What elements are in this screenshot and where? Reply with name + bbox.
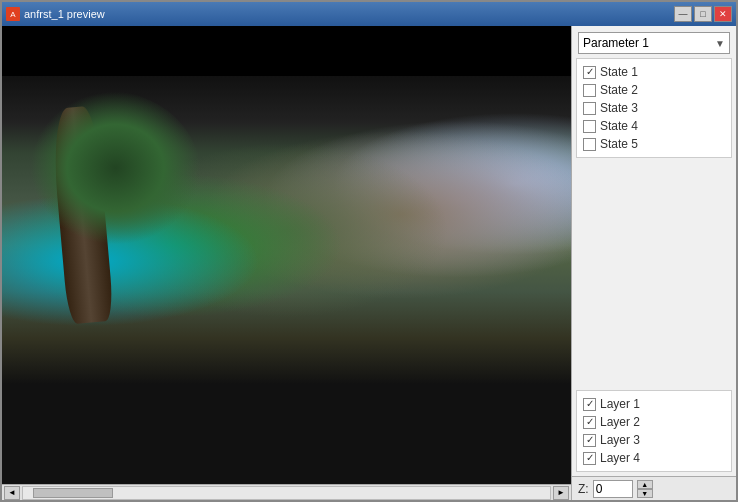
state-item-4[interactable]: State 4 [579, 117, 729, 135]
z-increment-button[interactable]: ▲ [637, 480, 653, 489]
state-item-2[interactable]: State 2 [579, 81, 729, 99]
state-2-checkbox[interactable] [583, 84, 596, 97]
z-input[interactable] [593, 480, 633, 498]
layer-item-1[interactable]: Layer 1 [579, 395, 729, 413]
layer-item-3[interactable]: Layer 3 [579, 431, 729, 449]
scroll-track[interactable] [22, 486, 551, 500]
layer-2-label: Layer 2 [600, 415, 640, 429]
state-5-label: State 5 [600, 137, 638, 151]
z-bar: Z: ▲ ▼ [572, 476, 736, 500]
right-panel: Parameter 1 ▼ State 1 State 2 [571, 26, 736, 500]
left-panel: ◄ ► [2, 26, 571, 500]
scene-image [2, 76, 571, 384]
layers-list: Layer 1 Layer 2 Layer 3 Layer 4 [577, 391, 731, 471]
state-4-checkbox[interactable] [583, 120, 596, 133]
state-item-1[interactable]: State 1 [579, 63, 729, 81]
layers-section: Layer 1 Layer 2 Layer 3 Layer 4 [576, 390, 732, 472]
z-decrement-button[interactable]: ▼ [637, 489, 653, 498]
z-spinner: ▲ ▼ [637, 480, 653, 498]
main-content: ◄ ► Parameter 1 ▼ Sta [2, 26, 736, 500]
minimize-button[interactable]: — [674, 6, 692, 22]
chevron-down-icon: ▼ [715, 38, 725, 49]
layer-4-checkbox[interactable] [583, 452, 596, 465]
z-label: Z: [578, 482, 589, 496]
app-icon: A [6, 7, 20, 21]
titlebar: A anfrst_1 preview — □ ✕ [2, 2, 736, 26]
state-3-label: State 3 [600, 101, 638, 115]
layer-3-checkbox[interactable] [583, 434, 596, 447]
state-1-checkbox[interactable] [583, 66, 596, 79]
state-1-label: State 1 [600, 65, 638, 79]
scroll-right-button[interactable]: ► [553, 486, 569, 500]
layer-1-checkbox[interactable] [583, 398, 596, 411]
scroll-left-button[interactable]: ◄ [4, 486, 20, 500]
window-title: anfrst_1 preview [24, 8, 105, 20]
layer-3-label: Layer 3 [600, 433, 640, 447]
state-item-5[interactable]: State 5 [579, 135, 729, 153]
titlebar-left: A anfrst_1 preview [6, 7, 105, 21]
bottom-bar [2, 384, 571, 484]
dropdown-label: Parameter 1 [583, 36, 649, 50]
layer-2-checkbox[interactable] [583, 416, 596, 429]
layer-item-2[interactable]: Layer 2 [579, 413, 729, 431]
dropdown-area: Parameter 1 ▼ [572, 26, 736, 58]
states-section: State 1 State 2 State 3 State 4 [576, 58, 732, 158]
horizontal-scrollbar: ◄ ► [2, 484, 571, 500]
state-2-label: State 2 [600, 83, 638, 97]
top-bar [2, 26, 571, 76]
main-window: A anfrst_1 preview — □ ✕ ◄ [0, 0, 738, 502]
scroll-thumb[interactable] [33, 488, 113, 498]
maximize-button[interactable]: □ [694, 6, 712, 22]
spacer [572, 162, 736, 390]
layer-4-label: Layer 4 [600, 451, 640, 465]
layer-item-4[interactable]: Layer 4 [579, 449, 729, 467]
parameter-dropdown[interactable]: Parameter 1 ▼ [578, 32, 730, 54]
state-5-checkbox[interactable] [583, 138, 596, 151]
state-3-checkbox[interactable] [583, 102, 596, 115]
titlebar-buttons: — □ ✕ [674, 6, 732, 22]
states-list: State 1 State 2 State 3 State 4 [577, 59, 731, 157]
canvas-area [2, 76, 571, 384]
state-item-3[interactable]: State 3 [579, 99, 729, 117]
layer-1-label: Layer 1 [600, 397, 640, 411]
close-button[interactable]: ✕ [714, 6, 732, 22]
state-4-label: State 4 [600, 119, 638, 133]
